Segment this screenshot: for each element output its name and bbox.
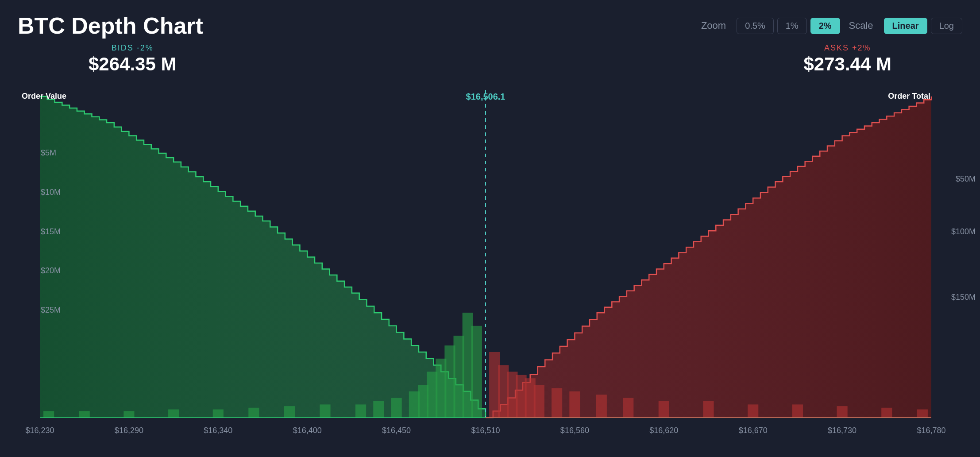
header: BTC Depth Chart Zoom 0.5% 1% 2% Scale Li… bbox=[0, 0, 980, 43]
zoom-buttons: 0.5% 1% 2% bbox=[737, 18, 840, 34]
scale-linear-button[interactable]: Linear bbox=[884, 18, 927, 34]
controls-group: Zoom 0.5% 1% 2% Scale Linear Log bbox=[701, 18, 962, 34]
bids-stat: BIDS -2% $264.35 M bbox=[89, 43, 176, 75]
scale-buttons: Linear Log bbox=[884, 18, 962, 34]
asks-stat: ASKS +2% $273.44 M bbox=[804, 43, 891, 75]
asks-value: $273.44 M bbox=[804, 54, 891, 75]
scale-label: Scale bbox=[849, 20, 873, 31]
stats-row: BIDS -2% $264.35 M ASKS +2% $273.44 M bbox=[0, 43, 980, 75]
zoom-label: Zoom bbox=[701, 20, 726, 31]
scale-log-button[interactable]: Log bbox=[931, 18, 962, 34]
zoom-1-button[interactable]: 1% bbox=[777, 18, 807, 34]
chart-container bbox=[0, 77, 980, 440]
bids-value: $264.35 M bbox=[89, 54, 176, 75]
page-title: BTC Depth Chart bbox=[18, 12, 203, 39]
zoom-0.5-button[interactable]: 0.5% bbox=[737, 18, 774, 34]
asks-label: ASKS +2% bbox=[804, 43, 891, 53]
zoom-2-button[interactable]: 2% bbox=[810, 18, 840, 34]
bids-label: BIDS -2% bbox=[89, 43, 176, 53]
